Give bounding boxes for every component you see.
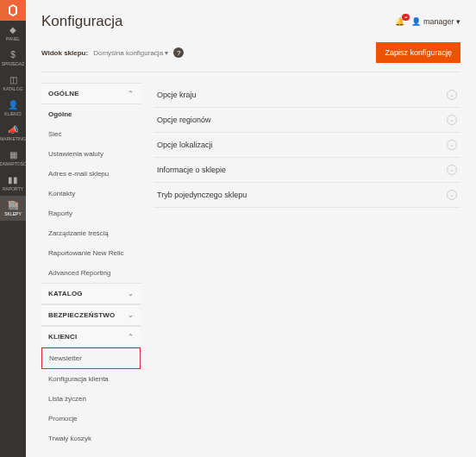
sidebar-item[interactable]: Promocje: [41, 409, 141, 429]
sidebar-item[interactable]: Advanced Reporting: [41, 263, 141, 283]
section-head-katalog[interactable]: KATALOG⌄: [41, 283, 141, 304]
rail-item-marketing[interactable]: 📣MARKETING: [0, 121, 26, 146]
chevron-up-icon: ⌃: [128, 90, 134, 97]
config-sidebar: OGÓLNE⌃OgólneSiećUstawienia walutyAdres …: [41, 83, 141, 448]
section-head-klienci[interactable]: KLIENCI⌃: [41, 326, 141, 347]
sidebar-item[interactable]: Ustawienia waluty: [41, 144, 141, 164]
rail-item-raporty[interactable]: ▮▮RAPORTY: [0, 171, 26, 196]
scope-selector[interactable]: Domyślna konfiguracja ▾: [93, 49, 168, 57]
sidebar-item[interactable]: Trwały koszyk: [41, 429, 141, 448]
sidebar-item[interactable]: Newsletter: [41, 347, 141, 369]
main-content: Konfiguracja 🔔•• 👤 manager ▾ Widok sklep…: [26, 0, 476, 457]
rail-icon: ◆: [9, 25, 16, 34]
config-section-row[interactable]: Tryb pojedynczego sklepu⌄: [153, 183, 460, 208]
rail-icon: 👤: [8, 100, 18, 110]
sidebar-item[interactable]: Lista życzeń: [41, 389, 141, 409]
sidebar-item[interactable]: Raportowanie New Relic: [41, 243, 141, 263]
rail-item-panel[interactable]: ◆PANEL: [0, 21, 26, 46]
sidebar-item[interactable]: Zarządzanie treścią: [41, 223, 141, 243]
sidebar-item[interactable]: Kontakty: [41, 184, 141, 203]
rail-item-katalog[interactable]: ◫KATALOG: [0, 71, 26, 96]
notifications-icon[interactable]: 🔔••: [395, 17, 404, 26]
chevron-down-icon: ⌄: [128, 311, 134, 319]
rail-item-sklepy[interactable]: 🏬SKLEPY: [0, 196, 26, 221]
sidebar-item[interactable]: Konfiguracja klienta: [41, 369, 141, 389]
sidebar-item[interactable]: Adres e-mail sklepu: [41, 164, 141, 184]
magento-logo[interactable]: [0, 0, 26, 21]
chevron-up-icon: ⌃: [128, 333, 134, 341]
user-menu[interactable]: 👤 manager ▾: [411, 17, 460, 26]
expand-icon: ⌄: [447, 165, 457, 175]
rail-icon: $: [10, 50, 16, 59]
expand-icon: ⌄: [447, 190, 457, 200]
config-section-row[interactable]: Opcje regionów⌄: [153, 108, 460, 133]
section-head-bezpieczeństwo[interactable]: BEZPIECZEŃSTWO⌄: [41, 304, 141, 326]
sidebar-item[interactable]: Ogólne: [41, 104, 141, 124]
rail-icon: 🏬: [8, 200, 18, 210]
expand-icon: ⌄: [447, 115, 457, 125]
rail-icon: ▦: [9, 150, 17, 160]
section-head-ogólne[interactable]: OGÓLNE⌃: [41, 83, 141, 104]
notification-badge: ••: [402, 14, 410, 21]
rail-icon: ▮▮: [8, 175, 18, 185]
expand-icon: ⌄: [447, 90, 457, 100]
config-section-row[interactable]: Informacje o sklepie⌄: [153, 158, 460, 183]
sidebar-item[interactable]: Raporty: [41, 203, 141, 223]
rail-item-sprzedaż[interactable]: $SPRZEDAŻ: [0, 46, 26, 71]
expand-icon: ⌄: [447, 140, 457, 150]
rail-icon: 📣: [8, 125, 18, 135]
page-title: Konfiguracja: [41, 13, 123, 30]
rail-item-klienci[interactable]: 👤KLIENCI: [0, 96, 26, 121]
rail-icon: ◫: [9, 75, 17, 85]
left-navigation-rail: ◆PANEL$SPRZEDAŻ◫KATALOG👤KLIENCI📣MARKETIN…: [0, 0, 26, 457]
sidebar-item[interactable]: Sieć: [41, 124, 141, 144]
save-config-button[interactable]: Zapisz konfigurację: [376, 42, 460, 63]
chevron-down-icon: ⌄: [128, 290, 134, 297]
help-icon[interactable]: ?: [173, 47, 184, 58]
config-section-row[interactable]: Opcje kraju⌄: [153, 83, 460, 108]
scope-label: Widok sklepu:: [41, 49, 88, 57]
config-section-row[interactable]: Opcje lokalizacji⌄: [153, 133, 460, 158]
config-panel: Opcje kraju⌄Opcje regionów⌄Opcje lokaliz…: [153, 83, 460, 448]
rail-item-zawartość[interactable]: ▦ZAWARTOŚĆ: [0, 146, 26, 171]
